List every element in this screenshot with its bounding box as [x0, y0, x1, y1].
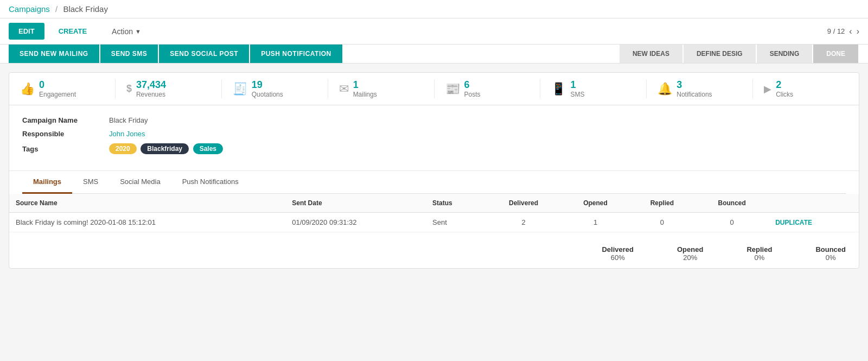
posts-label: Posts — [464, 91, 481, 98]
action-dropdown-button[interactable]: Action ▼ — [112, 27, 141, 36]
col-bounced: Bounced — [695, 194, 769, 213]
stat-mailings[interactable]: ✉ 1 Mailings — [328, 79, 435, 98]
table-row: Black Friday is coming! 2020-01-08 15:12… — [9, 213, 859, 232]
posts-icon: 📰 — [445, 82, 460, 96]
toolbar: EDIT CREATE Action ▼ 9 / 12 ‹ › — [0, 18, 868, 45]
tags-container: 2020 Blackfriday Sales — [109, 143, 225, 154]
cell-duplicate[interactable]: DUPLICATE — [769, 213, 859, 232]
campaign-name-label: Campaign Name — [22, 116, 109, 124]
tag-2020[interactable]: 2020 — [109, 143, 137, 154]
stat-revenues[interactable]: $ 37,434 Revenues — [116, 79, 222, 98]
col-opened: Opened — [562, 194, 629, 213]
col-replied: Replied — [629, 194, 695, 213]
chevron-down-icon: ▼ — [135, 28, 141, 35]
duplicate-button[interactable]: DUPLICATE — [775, 219, 812, 226]
col-delivered: Delivered — [486, 194, 562, 213]
sms-label: SMS — [570, 91, 584, 98]
cell-sent-date: 01/09/2020 09:31:32 — [285, 213, 426, 232]
mailings-icon: ✉ — [339, 82, 349, 96]
notifications-label: Notifications — [676, 91, 712, 98]
sms-number: 1 — [570, 79, 584, 91]
mailings-table: Source Name Sent Date Status Delivered O… — [9, 194, 859, 232]
col-action — [769, 194, 859, 213]
summary-row: Delivered 60% Opened 20% Replied 0% Boun… — [9, 232, 859, 268]
posts-number: 6 — [464, 79, 481, 91]
cell-replied: 0 — [629, 213, 695, 232]
pagination: 9 / 12 ‹ › — [827, 27, 859, 36]
cell-source-name: Black Friday is coming! 2020-01-08 15:12… — [9, 213, 285, 232]
summary-replied: Replied 0% — [746, 245, 772, 262]
form-row-tags: Tags 2020 Blackfriday Sales — [22, 143, 846, 154]
revenues-number: 37,434 — [136, 79, 166, 91]
form-row-campaign-name: Campaign Name Black Friday — [22, 116, 846, 124]
table-header-row: Source Name Sent Date Status Delivered O… — [9, 194, 859, 213]
main-content: 👍 0 Engagement $ 37,434 Revenues 🧾 19 Qu… — [0, 64, 868, 277]
responsible-label: Responsible — [22, 130, 109, 138]
cell-bounced: 0 — [695, 213, 769, 232]
cell-status: Sent — [426, 213, 486, 232]
stat-engagement[interactable]: 👍 0 Engagement — [9, 79, 116, 98]
stat-clicks[interactable]: ▶ 2 Clicks — [753, 79, 859, 98]
send-sms-button[interactable]: SEND SMS — [100, 45, 158, 63]
stat-quotations[interactable]: 🧾 19 Quotations — [222, 79, 328, 98]
notifications-number: 3 — [676, 79, 712, 91]
engagement-label: Engagement — [39, 91, 76, 98]
form-section: Campaign Name Black Friday Responsible J… — [9, 105, 859, 171]
stat-notifications[interactable]: 🔔 3 Notifications — [647, 79, 753, 98]
summary-bounced-label: Bounced — [815, 245, 846, 254]
tab-social-media[interactable]: Social Media — [109, 171, 171, 194]
create-button[interactable]: CREATE — [49, 23, 97, 40]
summary-replied-label: Replied — [746, 245, 772, 254]
breadcrumb: Campaigns / Black Friday — [0, 0, 868, 18]
stage-actions: SEND NEW MAILING SEND SMS SEND SOCIAL PO… — [9, 45, 620, 63]
quotations-label: Quotations — [252, 91, 283, 98]
sms-icon: 📱 — [551, 82, 566, 96]
clicks-icon: ▶ — [764, 83, 771, 95]
tabs: Mailings SMS Social Media Push Notificat… — [22, 171, 846, 194]
col-status: Status — [426, 194, 486, 213]
engagement-number: 0 — [39, 79, 76, 91]
stage-pipeline: NEW IDEAS DEFINE DESIG SENDING DONE — [620, 45, 859, 63]
summary-opened: Opened 20% — [677, 245, 703, 262]
tag-blackfriday[interactable]: Blackfriday — [141, 143, 189, 154]
form-row-responsible: Responsible John Jones — [22, 130, 846, 138]
pagination-next-button[interactable]: › — [857, 27, 859, 36]
revenues-label: Revenues — [136, 91, 166, 98]
pagination-text: 9 / 12 — [827, 27, 845, 35]
tab-sms[interactable]: SMS — [72, 171, 109, 194]
quotations-icon: 🧾 — [233, 82, 247, 96]
campaign-name-value: Black Friday — [109, 116, 148, 124]
summary-bounced-value: 0% — [815, 254, 846, 262]
tab-push-notifications[interactable]: Push Notifications — [171, 171, 250, 194]
push-notification-button[interactable]: PUSH NOTIFICATION — [250, 45, 342, 63]
pipeline-step-define-design[interactable]: DEFINE DESIG — [684, 45, 756, 63]
stat-posts[interactable]: 📰 6 Posts — [435, 79, 541, 98]
edit-button[interactable]: EDIT — [9, 23, 44, 40]
tag-sales[interactable]: Sales — [193, 143, 223, 154]
breadcrumb-parent[interactable]: Campaigns — [9, 4, 50, 14]
summary-delivered-label: Delivered — [602, 245, 634, 254]
summary-opened-label: Opened — [677, 245, 703, 254]
stage-bar: SEND NEW MAILING SEND SMS SEND SOCIAL PO… — [0, 45, 868, 64]
pipeline-step-done[interactable]: DONE — [813, 45, 858, 63]
table-wrapper: Source Name Sent Date Status Delivered O… — [9, 194, 859, 232]
revenues-icon: $ — [126, 83, 132, 94]
col-sent-date: Sent Date — [285, 194, 426, 213]
summary-replied-value: 0% — [746, 254, 772, 262]
tab-mailings[interactable]: Mailings — [22, 171, 72, 194]
action-label: Action — [112, 27, 133, 36]
pipeline-step-sending[interactable]: SENDING — [757, 45, 813, 63]
col-source-name: Source Name — [9, 194, 285, 213]
summary-bounced: Bounced 0% — [815, 245, 846, 262]
pagination-prev-button[interactable]: ‹ — [849, 27, 852, 36]
responsible-value[interactable]: John Jones — [109, 130, 145, 138]
summary-delivered: Delivered 60% — [602, 245, 634, 262]
engagement-icon: 👍 — [20, 82, 35, 96]
send-new-mailing-button[interactable]: SEND NEW MAILING — [9, 45, 99, 63]
stat-sms[interactable]: 📱 1 SMS — [540, 79, 647, 98]
breadcrumb-current: Black Friday — [63, 4, 108, 14]
tags-label: Tags — [22, 145, 109, 153]
notifications-icon: 🔔 — [658, 82, 672, 96]
pipeline-step-new-ideas[interactable]: NEW IDEAS — [620, 45, 682, 63]
send-social-post-button[interactable]: SEND SOCIAL POST — [159, 45, 249, 63]
